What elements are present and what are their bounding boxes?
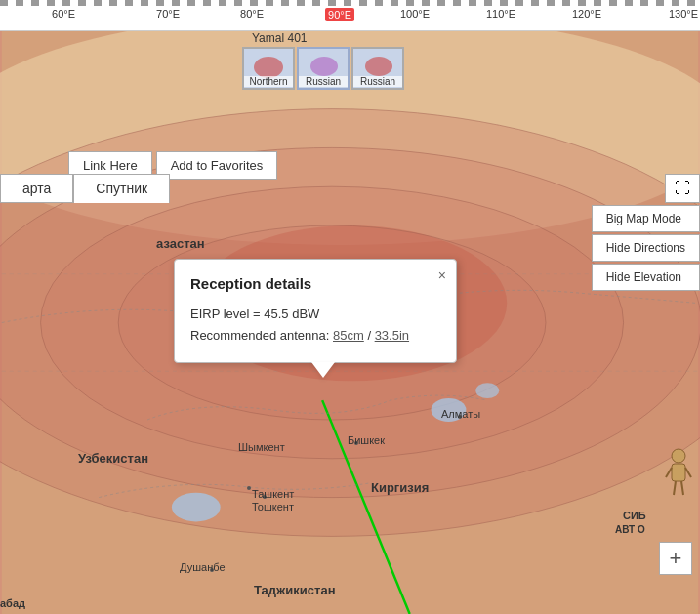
coord-70e: 70°E [156,8,180,20]
svg-line-13 [322,400,410,614]
svg-point-17 [672,449,685,463]
fullscreen-icon: ⛶ [675,180,690,197]
satellite-name: Yamal 401 [252,31,307,45]
svg-line-21 [674,481,676,495]
sat-thumb-label-russian2: Russian [353,76,402,87]
tab-satellite[interactable]: Спутник [73,174,170,203]
popup-title: Reception details [190,275,440,292]
toshkent-label: Тошкент [252,501,294,512]
dushanbe-dot [210,568,214,572]
popup-content: EIRP level = 45.5 dBW Recommended antenn… [190,304,440,347]
coord-130e: 130°E [669,8,698,20]
dashed-border [0,0,700,6]
sat-thumb-label-northern: Northern [244,76,293,87]
antenna-label: Recommended antenna: [190,328,329,343]
sat-thumb-northern[interactable]: Northern [242,47,295,90]
coord-110e: 110°E [486,8,515,20]
bishkek-label: Бишкек [348,434,385,446]
svg-point-14 [172,493,221,522]
antenna-85cm-link[interactable]: 85cm [333,328,364,343]
zoom-plus-icon: + [670,546,682,571]
kazakhstan-label: азастан [156,236,205,251]
svg-point-16 [475,383,499,398]
satellite-thumbnails[interactable]: Northern Russian Russian [242,47,404,90]
sat-thumb-label-russian1: Russian [299,76,348,87]
dushanbe-label: Душанбе [180,561,226,573]
satellite-strip: Yamal 401 Northern Russian Russian [242,31,404,90]
coord-100e: 100°E [400,8,430,20]
tajikistan-label: Таджикистан [254,583,335,597]
kyrgyzstan-label: Киргизия [371,480,429,495]
sib-label: СИБ [623,510,646,521]
reception-popup: × Reception details EIRP level = 45.5 dB… [174,259,457,363]
svg-line-22 [681,481,683,495]
coord-60e: 60°E [52,8,75,20]
uzbekistan-label: Узбекистан [78,451,148,466]
almaty-dot [458,415,462,419]
right-buttons: Big Map Mode Hide Directions Hide Elevat… [592,205,700,291]
tashkent-dot [263,495,267,499]
tab-map[interactable]: арта [0,174,73,203]
shymkent-label: Шымкент [238,441,285,453]
svg-line-19 [666,468,672,477]
svg-point-15 [432,398,467,422]
zoom-plus-button[interactable]: + [659,542,692,575]
coord-120e: 120°E [572,8,601,20]
bishkek-dot [354,441,358,445]
sat-thumb-russian2[interactable]: Russian [351,47,404,90]
street-view-icon[interactable] [661,448,696,497]
tashkent-label: Ташкент [252,488,294,500]
abad-label: абад [0,597,25,609]
fullscreen-button[interactable]: ⛶ [665,174,700,203]
popup-arrow [311,362,335,378]
small-dot [247,486,251,490]
popup-close-button[interactable]: × [438,267,446,283]
add-to-favorites-button[interactable]: Add to Favorites [156,151,278,180]
hide-elevation-button[interactable]: Hide Elevation [592,264,700,291]
antenna-33-5in-link[interactable]: 33.5in [375,328,409,343]
avto-label: АВТ О [615,524,645,535]
tab-bar: арта Спутник [0,174,170,203]
sat-thumb-russian1[interactable]: Russian [297,47,350,90]
coord-90e-active: 90°E [325,8,354,21]
coord-80e: 80°E [240,8,264,20]
antenna-text: Recommended antenna: 85cm / 33.5in [190,325,440,347]
almaty-label: Алматы [441,408,480,420]
svg-rect-18 [672,464,685,481]
eirp-text: EIRP level = 45.5 dBW [190,304,440,325]
hide-directions-button[interactable]: Hide Directions [592,234,700,262]
big-map-mode-button[interactable]: Big Map Mode [592,205,700,232]
svg-line-20 [685,468,691,477]
